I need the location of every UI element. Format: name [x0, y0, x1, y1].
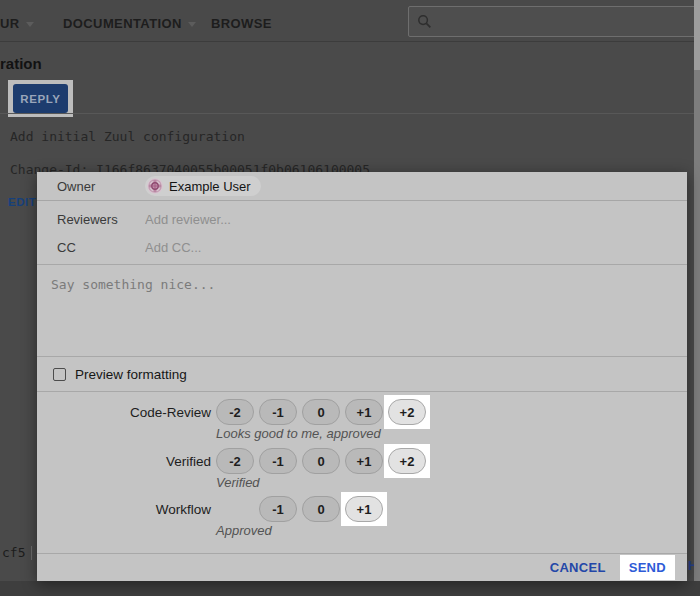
vote-button-verified-+2[interactable]: +2: [388, 448, 426, 474]
vote-row-code-review: Code-Review-2-10+1+2: [37, 399, 687, 425]
search-icon: [417, 14, 432, 29]
vote-highlight-box: +2: [384, 395, 430, 429]
vote-row-verified: Verified-2-10+1+2: [37, 448, 687, 474]
preview-formatting-checkbox[interactable]: [53, 368, 66, 381]
vote-description: Looks good to me, approved: [216, 426, 381, 441]
send-highlight-box: SEND: [620, 555, 675, 580]
section-divider: [0, 113, 700, 114]
owner-chip[interactable]: Example User: [145, 176, 261, 196]
vote-buttons: -2-10+1+2: [216, 448, 431, 474]
nav-item-browse-label: BROWSE: [211, 16, 272, 31]
vote-button-verified--1[interactable]: -1: [259, 448, 297, 474]
vote-button-code-review-+2[interactable]: +2: [388, 399, 426, 425]
add-reviewer-input[interactable]: [145, 212, 445, 227]
preview-formatting-row: Preview formatting: [37, 358, 687, 392]
vote-buttons: -2-10+1+2: [216, 399, 431, 425]
reply-button[interactable]: REPLY: [13, 84, 68, 113]
message-area: [37, 264, 687, 357]
vote-button-workflow-+1[interactable]: +1: [345, 496, 383, 522]
vote-label-name: Workflow: [37, 502, 211, 517]
vote-labels-section: Code-Review-2-10+1+2Looks good to me, ap…: [37, 392, 687, 553]
vote-label-name: Verified: [37, 454, 211, 469]
preview-formatting-label: Preview formatting: [75, 367, 187, 382]
reply-dialog: Owner Example User Reviewers CC Preview …: [37, 172, 687, 581]
cc-label: CC: [37, 240, 145, 255]
vote-button-code-review-0[interactable]: 0: [302, 399, 340, 425]
nav-menu-documentation-label: DOCUMENTATION: [63, 16, 182, 31]
vote-description: Verified: [216, 475, 260, 490]
cc-row: CC: [37, 238, 687, 256]
vote-button-verified-+1[interactable]: +1: [345, 448, 383, 474]
vote-button-workflow-0[interactable]: 0: [302, 496, 340, 522]
vote-button-code-review--2[interactable]: -2: [216, 399, 254, 425]
scrollbar-thumb[interactable]: [694, 0, 700, 70]
vote-button-code-review--1[interactable]: -1: [259, 399, 297, 425]
search-input[interactable]: [440, 14, 680, 29]
commit-sha-fragment: cf5: [2, 545, 25, 560]
nav-item-browse[interactable]: BROWSE: [211, 16, 272, 31]
send-button[interactable]: SEND: [629, 560, 666, 575]
chevron-down-icon: [26, 22, 34, 27]
owner-label: Owner: [37, 179, 145, 194]
add-cc-input[interactable]: [145, 240, 445, 255]
avatar: [147, 178, 163, 194]
vote-highlight-box: +1: [341, 492, 387, 526]
nav-menu-your[interactable]: UR: [0, 16, 34, 31]
reply-message-textarea[interactable]: [37, 265, 687, 356]
vote-button-verified--2[interactable]: -2: [216, 448, 254, 474]
divider: [31, 546, 32, 560]
page-title: ration: [0, 55, 42, 72]
owner-row: Owner Example User: [37, 172, 687, 201]
reply-highlight-box: REPLY: [8, 80, 73, 117]
edit-link[interactable]: EDIT: [8, 196, 36, 208]
vote-label-name: Code-Review: [37, 405, 211, 420]
search-box[interactable]: [408, 6, 700, 37]
vote-description: Approved: [216, 523, 272, 538]
reviewers-row: Reviewers: [37, 210, 687, 228]
vote-button-workflow--1[interactable]: -1: [259, 496, 297, 522]
owner-name: Example User: [169, 179, 251, 194]
vote-row-workflow: Workflow-10+1: [37, 496, 687, 522]
top-navbar: UR DOCUMENTATION BROWSE: [0, 0, 700, 42]
nav-menu-documentation[interactable]: DOCUMENTATION: [63, 16, 196, 31]
commit-message-subject: Add initial Zuul configuration: [10, 129, 245, 144]
vote-button-code-review-+1[interactable]: +1: [345, 399, 383, 425]
dialog-footer: CANCEL SEND: [37, 553, 687, 581]
vote-buttons: -10+1: [216, 496, 388, 522]
reviewers-label: Reviewers: [37, 212, 145, 227]
nav-menu-your-label: UR: [0, 16, 20, 31]
vote-highlight-box: +2: [384, 444, 430, 478]
scrollbar[interactable]: [694, 0, 700, 581]
chevron-down-icon: [188, 22, 196, 27]
cancel-button[interactable]: CANCEL: [550, 560, 606, 575]
vote-button-verified-0[interactable]: 0: [302, 448, 340, 474]
page-footer-strip: [0, 581, 700, 596]
